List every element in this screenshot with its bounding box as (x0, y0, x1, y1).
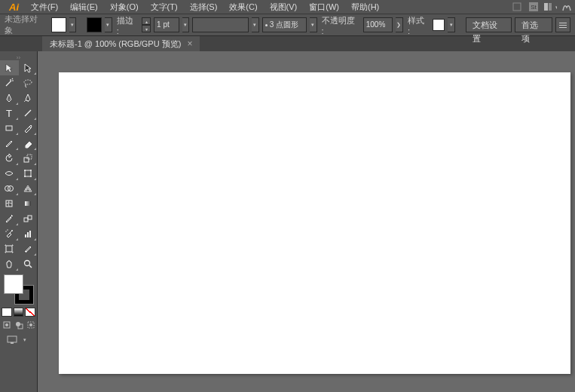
svg-point-6 (24, 80, 32, 84)
selection-tool[interactable] (0, 60, 19, 75)
magic-wand-tool[interactable] (0, 75, 19, 90)
menu-window[interactable]: 窗口(W) (303, 2, 345, 13)
svg-rect-11 (27, 155, 32, 159)
color-mode-gradient[interactable] (14, 308, 24, 317)
svg-point-15 (24, 176, 26, 177)
symbol-sprayer-tool[interactable] (0, 226, 19, 241)
stroke-style-dropdown[interactable]: ▾ (252, 17, 259, 32)
brush-profile[interactable]: 3 点圆形 (262, 17, 307, 32)
color-mode-none[interactable] (25, 308, 35, 317)
mesh-tool[interactable] (0, 196, 19, 211)
svg-rect-21 (24, 218, 28, 222)
menu-view[interactable]: 视图(V) (264, 2, 304, 13)
fill-color[interactable] (4, 274, 23, 294)
free-transform-tool[interactable] (19, 166, 38, 181)
stroke-spinner[interactable]: ▴▾ (142, 17, 151, 32)
svg-rect-38 (8, 336, 17, 342)
eyedropper-tool[interactable] (0, 211, 19, 226)
type-tool[interactable]: T (0, 106, 19, 121)
options-menu-button[interactable] (555, 17, 570, 32)
opacity-field[interactable]: 100% (363, 17, 393, 32)
menu-effect[interactable]: 效果(C) (223, 2, 263, 13)
document-tab[interactable]: 未标题-1 @ 100% (RGB/GPU 预览) × (42, 36, 200, 51)
svg-point-24 (6, 231, 7, 231)
slice-tool[interactable] (19, 241, 38, 256)
eraser-tool[interactable] (19, 136, 38, 151)
shaper-tool[interactable] (0, 136, 19, 151)
screen-mode-dropdown[interactable]: ▾ (20, 335, 30, 345)
draw-behind-icon[interactable] (14, 320, 23, 330)
blend-tool[interactable] (19, 211, 38, 226)
stock-icon[interactable]: St (527, 0, 540, 14)
svg-line-31 (29, 265, 32, 268)
column-graph-tool[interactable] (19, 226, 38, 241)
stroke-swatch[interactable] (87, 17, 102, 32)
canvas-area[interactable] (38, 51, 575, 392)
line-tool[interactable] (19, 106, 38, 121)
preferences-button[interactable]: 首选项 (515, 17, 552, 32)
fill-stroke-block[interactable] (4, 274, 34, 305)
stroke-weight-dropdown[interactable]: ▾ (182, 17, 190, 32)
curvature-tool[interactable] (19, 90, 38, 106)
menu-edit[interactable]: 编辑(E) (64, 2, 104, 13)
color-mode-solid[interactable] (2, 308, 12, 317)
opacity-dropdown[interactable]: ❯ (396, 17, 403, 32)
app-logo: Ai (3, 2, 25, 13)
menu-bar: Ai 文件(F) 编辑(E) 对象(O) 文字(T) 选择(S) 效果(C) 视… (0, 0, 575, 14)
svg-rect-9 (6, 126, 12, 130)
perspective-grid-tool[interactable] (19, 181, 38, 196)
close-tab-icon[interactable]: × (187, 38, 192, 49)
artboard-tool[interactable] (0, 241, 19, 256)
svg-rect-4 (549, 3, 552, 11)
rotate-tool[interactable] (0, 151, 19, 166)
toolbar-handle[interactable]: ›› (0, 54, 37, 60)
screen-mode-icon[interactable] (7, 335, 17, 345)
stroke-style-field[interactable] (192, 17, 249, 32)
svg-text:▾: ▾ (555, 5, 557, 10)
svg-rect-39 (11, 342, 14, 344)
stroke-label: 描边 : (115, 15, 139, 35)
pen-tool[interactable] (0, 90, 19, 106)
menu-type[interactable]: 文字(T) (145, 2, 184, 13)
svg-text:St: St (531, 4, 537, 11)
document-setup-button[interactable]: 文档设置 (466, 17, 512, 32)
options-bar: 未选择对象 ▾ ▾ 描边 : ▴▾ 1 pt▾ ▾ 3 点圆形▾ 不透明度 : … (0, 14, 575, 36)
artboard[interactable] (59, 72, 570, 374)
svg-rect-0 (513, 3, 521, 11)
menu-select[interactable]: 选择(S) (184, 2, 224, 13)
svg-point-14 (30, 170, 32, 171)
draw-normal-icon[interactable] (2, 320, 11, 330)
stroke-weight-field[interactable]: 1 pt (154, 17, 179, 32)
shape-builder-tool[interactable] (0, 181, 19, 196)
arrange-icon[interactable]: ▾ (543, 0, 557, 14)
scale-tool[interactable] (19, 151, 38, 166)
paintbrush-tool[interactable] (19, 121, 38, 136)
width-tool[interactable] (0, 166, 19, 181)
menu-file[interactable]: 文件(F) (25, 2, 64, 13)
graphic-style-dropdown[interactable]: ▾ (448, 17, 455, 32)
svg-rect-19 (6, 201, 12, 207)
svg-point-33 (5, 323, 8, 326)
zoom-tool[interactable] (19, 256, 38, 271)
hand-tool[interactable] (0, 256, 19, 271)
lasso-tool[interactable] (19, 75, 38, 90)
gradient-tool[interactable] (19, 196, 38, 211)
svg-rect-27 (27, 232, 29, 237)
graphic-style-swatch[interactable] (433, 19, 445, 31)
menu-object[interactable]: 对象(O) (104, 2, 145, 13)
gpu-icon[interactable] (560, 0, 573, 14)
stroke-dropdown[interactable]: ▾ (105, 17, 112, 32)
direct-selection-tool[interactable] (19, 60, 38, 75)
opacity-label: 不透明度 : (320, 15, 360, 35)
brush-profile-dropdown[interactable]: ▾ (310, 17, 317, 32)
svg-point-23 (11, 230, 13, 231)
document-tab-bar: 未标题-1 @ 100% (RGB/GPU 预览) × (0, 36, 575, 51)
rectangle-tool[interactable] (0, 121, 19, 136)
fill-swatch[interactable] (51, 17, 66, 32)
svg-rect-3 (544, 3, 548, 11)
svg-point-25 (8, 229, 8, 230)
draw-inside-icon[interactable] (26, 320, 35, 330)
bridge-icon[interactable] (510, 0, 524, 14)
fill-dropdown[interactable]: ▾ (69, 17, 77, 32)
menu-help[interactable]: 帮助(H) (345, 2, 385, 13)
